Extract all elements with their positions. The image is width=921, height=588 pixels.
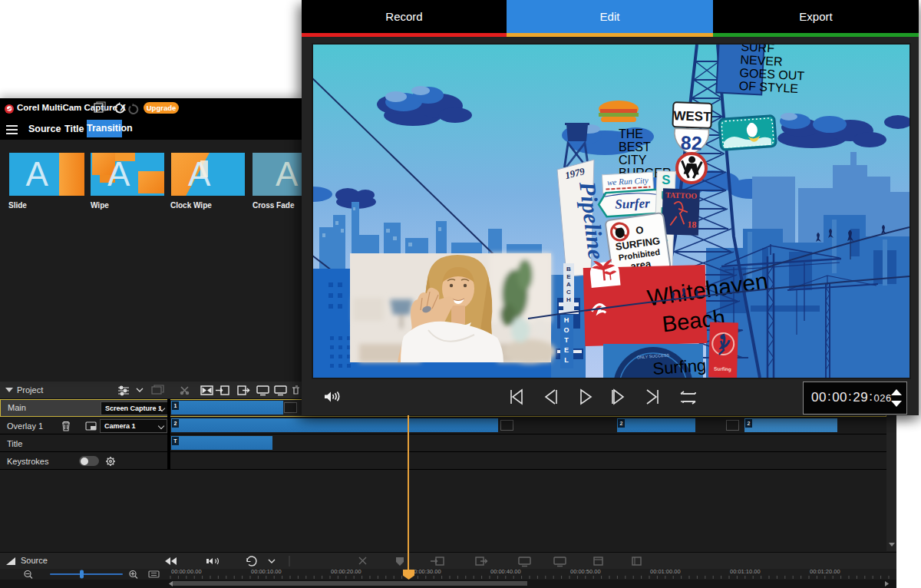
svg-text:E: E	[566, 273, 571, 280]
svg-text:E: E	[564, 346, 569, 354]
svg-text:A: A	[566, 281, 571, 288]
svg-text:L: L	[564, 356, 569, 364]
svg-text:WEST: WEST	[673, 108, 711, 124]
svg-text:C: C	[566, 289, 571, 296]
svg-text:Surfer: Surfer	[615, 196, 650, 212]
svg-text:00:01:00.00: 00:01:00.00	[650, 569, 681, 575]
svg-text:00:00:50.00: 00:00:50.00	[570, 569, 601, 575]
svg-text:00:00:30.00: 00:00:30.00	[411, 569, 441, 575]
svg-text:Upgrade: Upgrade	[147, 104, 177, 112]
svg-text:TATTOO: TATTOO	[665, 190, 698, 200]
svg-text:B: B	[566, 266, 571, 273]
svg-text:18: 18	[687, 219, 696, 230]
svg-text:00:00:20.00: 00:00:20.00	[331, 569, 361, 575]
svg-text:00:01:20.00: 00:01:20.00	[810, 569, 840, 575]
svg-text:82: 82	[680, 132, 702, 154]
svg-text:THE: THE	[619, 127, 643, 140]
svg-text:00:00:00.00: 00:00:00.00	[171, 569, 202, 575]
svg-text:00:01:10.00: 00:01:10.00	[730, 569, 761, 575]
svg-text:BEST: BEST	[619, 140, 651, 154]
svg-text:CITY: CITY	[619, 154, 647, 167]
svg-text:Surfing: Surfing	[652, 355, 707, 378]
svg-text:00:00:40.00: 00:00:40.00	[490, 569, 521, 575]
svg-text:H: H	[566, 296, 571, 303]
svg-text:S: S	[662, 173, 671, 187]
svg-text:O: O	[563, 326, 569, 334]
svg-text:T: T	[564, 336, 569, 344]
svg-text:O: O	[635, 224, 644, 236]
svg-text:00:00:10.00: 00:00:10.00	[251, 569, 282, 575]
svg-text:H: H	[564, 316, 569, 324]
